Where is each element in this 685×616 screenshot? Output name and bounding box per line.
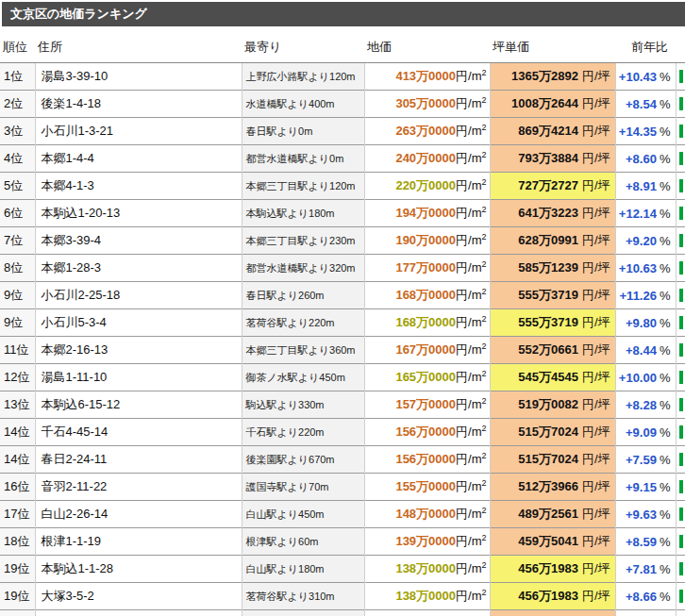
tsubo-price-unit: 円/坪 xyxy=(582,151,610,165)
address-cell: 千駄木3-40-2 xyxy=(35,610,242,616)
page-title: 文京区の地価ランキング xyxy=(10,7,147,21)
tsubo-price-value: 489万2561 xyxy=(518,507,578,521)
table-row: 18位 根津1-1-19 根津駅より60m 139万0000円/m2 459万5… xyxy=(0,528,685,556)
land-price-unit: 円/m2 xyxy=(456,206,486,220)
trend-up-bar-icon xyxy=(679,207,683,220)
trend-up-bar-icon xyxy=(679,70,683,83)
trend-cell xyxy=(676,419,685,446)
yoy-value: +10.43 xyxy=(619,70,657,84)
percent-sign: % xyxy=(660,207,671,221)
percent-sign: % xyxy=(660,343,671,358)
yoy-cell: +9.63% xyxy=(615,501,676,528)
station-cell: 白山駅より450m xyxy=(242,501,364,528)
tsubo-price-cell: 727万2727円/坪 xyxy=(490,173,615,200)
land-price-value: 168万0000 xyxy=(395,315,456,329)
address-cell: 本駒込1-1-28 xyxy=(35,556,242,583)
station-cell: 茗荷谷駅より310m xyxy=(242,583,364,610)
address-cell: 本郷3-39-4 xyxy=(35,227,242,255)
tsubo-price-unit: 円/坪 xyxy=(582,589,610,603)
trend-cell xyxy=(676,610,685,616)
tsubo-price-value: 459万5041 xyxy=(518,534,578,548)
yoy-value: +9.20 xyxy=(626,234,657,248)
land-price-unit: 円/m2 xyxy=(456,397,486,411)
station-cell: 後楽園駅より670m xyxy=(242,446,364,474)
trend-up-bar-icon xyxy=(679,234,683,247)
col-header-yoy: 前年比 xyxy=(615,26,676,63)
rank-cell: 8位 xyxy=(0,255,35,282)
col-header-price: 地価 xyxy=(364,26,490,63)
land-price-ranking-table: 順位 住所 最寄り 地価 坪単価 前年比 1位 湯島3-39-10 上野広小路駅… xyxy=(0,26,685,616)
tsubo-price-cell: 793万3884円/坪 xyxy=(490,145,615,173)
yoy-cell: +14.35% xyxy=(615,118,676,145)
tsubo-price-unit: 円/坪 xyxy=(582,233,610,247)
station-cell: 護国寺駅より70m xyxy=(242,474,364,501)
trend-cell xyxy=(676,391,685,419)
percent-sign: % xyxy=(660,261,671,275)
yoy-cell: +9.20% xyxy=(615,227,676,255)
rank-cell: 17位 xyxy=(0,501,35,528)
trend-up-bar-icon xyxy=(679,562,683,575)
tsubo-price-value: 1008万2644 xyxy=(511,96,578,110)
land-price-unit: 円/m2 xyxy=(456,69,486,83)
trend-cell xyxy=(676,200,685,227)
trend-cell xyxy=(676,528,685,556)
table-row: 19位 本駒込1-1-28 白山駅より180m 138万0000円/m2 456… xyxy=(0,556,685,583)
land-price-value: 413万0000 xyxy=(395,69,456,83)
table-row: 19位 大塚3-5-2 茗荷谷駅より310m 138万0000円/m2 456万… xyxy=(0,583,685,610)
tsubo-price-value: 869万4214 xyxy=(518,124,578,138)
land-price-value: 263万0000 xyxy=(395,124,456,138)
station-cell: 千駄木駅より0m xyxy=(242,610,364,616)
land-price-unit: 円/m2 xyxy=(456,342,486,357)
yoy-cell: +7.81% xyxy=(615,556,676,583)
station-cell: 本郷三丁目駅より120m xyxy=(242,173,364,200)
yoy-cell: +9.09% xyxy=(615,419,676,446)
yoy-cell: +10.00% xyxy=(615,364,676,391)
trend-up-bar-icon xyxy=(679,261,683,275)
trend-cell xyxy=(676,118,685,145)
yoy-value: +8.54 xyxy=(626,97,657,111)
land-price-unit: 円/m2 xyxy=(456,260,486,275)
land-price-cell: 190万0000円/m2 xyxy=(364,227,490,255)
trend-cell xyxy=(676,583,685,610)
percent-sign: % xyxy=(660,179,671,193)
station-cell: 都営水道橋駅より0m xyxy=(242,145,364,173)
address-cell: 後楽1-4-18 xyxy=(35,91,242,118)
land-price-unit: 円/m2 xyxy=(456,124,486,138)
land-price-cell: 263万0000円/m2 xyxy=(364,118,490,145)
tsubo-price-unit: 円/坪 xyxy=(582,370,610,384)
station-cell: 白山駅より180m xyxy=(242,556,364,583)
trend-cell xyxy=(676,337,685,364)
percent-sign: % xyxy=(660,480,671,494)
percent-sign: % xyxy=(660,289,671,303)
rank-cell: 19位 xyxy=(0,556,35,583)
station-cell: 本駒込駅より180m xyxy=(242,200,364,227)
trend-cell xyxy=(676,364,685,391)
land-price-value: 139万0000 xyxy=(395,534,456,548)
land-price-cell: 305万0000円/m2 xyxy=(364,91,490,118)
tsubo-price-cell: 489万2561円/坪 xyxy=(490,501,615,528)
tsubo-price-unit: 円/坪 xyxy=(582,178,610,192)
land-price-cell: 156万0000円/m2 xyxy=(364,419,490,446)
tsubo-price-cell: 512万3966円/坪 xyxy=(490,474,615,501)
address-cell: 千石4-45-14 xyxy=(35,419,242,446)
land-price-unit: 円/m2 xyxy=(456,178,486,192)
col-header-rank: 順位 xyxy=(0,26,35,63)
percent-sign: % xyxy=(660,316,671,330)
col-header-address: 住所 xyxy=(35,26,242,63)
percent-sign: % xyxy=(660,590,671,604)
land-price-unit: 円/m2 xyxy=(456,288,486,302)
trend-up-bar-icon xyxy=(679,179,683,192)
land-price-value: 138万0000 xyxy=(395,589,456,603)
address-cell: 大塚3-5-2 xyxy=(35,583,242,610)
table-row: 14位 千石4-45-14 千石駅より220m 156万0000円/m2 515… xyxy=(0,419,685,446)
tsubo-price-cell: 628万0991円/坪 xyxy=(490,227,615,255)
tsubo-price-value: 515万7024 xyxy=(518,425,578,439)
tsubo-price-value: 641万3223 xyxy=(518,206,578,220)
tsubo-price-cell: 545万4545円/坪 xyxy=(490,364,615,391)
table-row: 16位 音羽2-11-22 護国寺駅より70m 155万0000円/m2 512… xyxy=(0,474,685,501)
percent-sign: % xyxy=(660,535,671,549)
land-price-unit: 円/m2 xyxy=(456,452,486,466)
yoy-value: +9.09 xyxy=(626,425,657,440)
land-price-value: 156万0000 xyxy=(395,452,456,466)
trend-cell xyxy=(676,446,685,474)
